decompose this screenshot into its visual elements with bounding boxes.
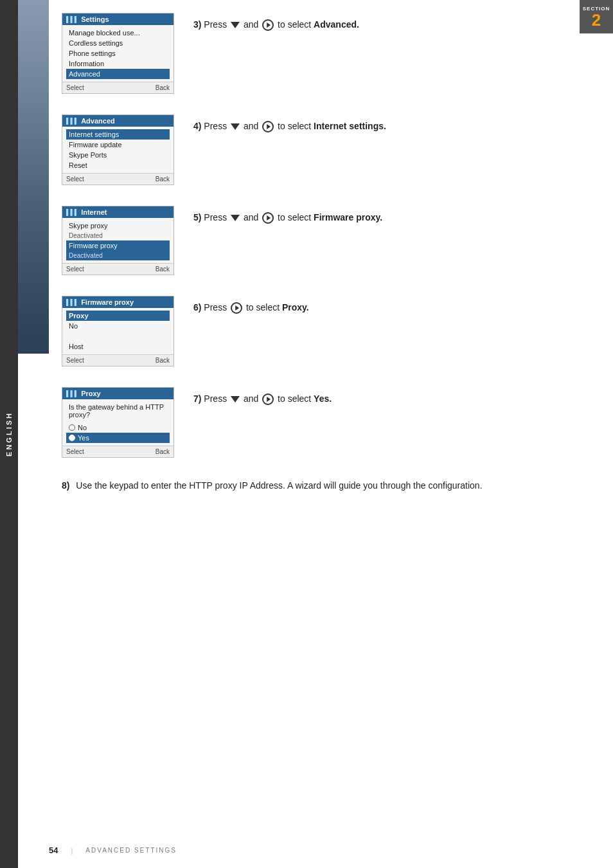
step-post-text: to select — [275, 393, 314, 404]
phone-body-2: Internet settingsFirmware updateSkype Po… — [62, 127, 173, 173]
step-pre-text: Press — [204, 212, 229, 222]
down-arrow-icon — [231, 22, 240, 28]
phone-item-1: Firmware update — [66, 140, 170, 150]
phone-header-title: Advanced — [81, 117, 115, 125]
page-number: 54 — [49, 845, 58, 855]
phone-footer-select: Select — [66, 176, 84, 183]
step-post-text: to select — [275, 19, 314, 30]
step-number: 7) — [193, 393, 204, 404]
phone-item-host — [66, 331, 170, 341]
select-button-icon — [262, 19, 274, 31]
phone-screen-col-1: ▌▌▌SettingsManage blocked use...Cordless… — [62, 13, 181, 96]
step-number: 3) — [193, 19, 204, 30]
step-and-text: and — [241, 393, 261, 404]
phone-screen-col-3: ▌▌▌InternetSkype proxyDeactivatedFirmwar… — [62, 206, 181, 278]
phone-screen-1: ▌▌▌SettingsManage blocked use...Cordless… — [62, 13, 174, 94]
step-post-text: to select — [275, 121, 314, 131]
phone-item-1: No — [66, 321, 170, 331]
phone-screen-col-4: ▌▌▌Firmware proxyProxyNoHostSelectBack — [62, 296, 181, 369]
step-instruction-1: 3) Press and to select Advanced. — [181, 13, 594, 32]
phone-footer-select: Select — [66, 448, 84, 455]
step-instruction-5: 7) Press and to select Yes. — [181, 387, 594, 406]
phone-item-0: Manage blocked use... — [66, 28, 170, 38]
signal-icon: ▌▌▌ — [66, 16, 78, 23]
step-pre-text: Press — [204, 302, 229, 312]
down-arrow-icon — [231, 215, 240, 221]
phone-footer-select: Select — [66, 84, 84, 91]
phone-footer-select: Select — [66, 357, 84, 364]
step-number: 4) — [193, 121, 204, 131]
phone-body-4: ProxyNoHost — [62, 308, 173, 354]
phone-item-0: Skype proxy — [66, 221, 170, 231]
step-and-text: and — [241, 212, 261, 222]
step-number: 5) — [193, 212, 204, 222]
footer-section-text: ADVANCED SETTINGS — [85, 847, 177, 854]
decorative-strip — [18, 0, 49, 354]
phone-footer-5: SelectBack — [62, 446, 173, 457]
phone-item-0: Internet settings — [66, 129, 170, 140]
section-badge: SECTION 2 — [580, 0, 613, 33]
phone-header-title: Firmware proxy — [81, 298, 134, 306]
step-post-text: to select — [244, 302, 282, 312]
step-instruction-3: 5) Press and to select Firmware proxy. — [181, 206, 594, 224]
step-and-text: and — [241, 121, 261, 131]
phone-footer-3: SelectBack — [62, 263, 173, 275]
step-row-5: ▌▌▌ProxyIs the gateway behind a HTTP pro… — [62, 387, 594, 460]
phone-footer-back: Back — [155, 357, 170, 364]
step-action-word: Advanced. — [314, 19, 359, 30]
step-and-text: and — [241, 19, 261, 30]
phone-footer-back: Back — [155, 448, 170, 455]
step-action-word: Proxy. — [282, 302, 309, 312]
radio-item: No — [66, 422, 170, 433]
step-post-text: to select — [275, 212, 314, 222]
step-row-2: ▌▌▌AdvancedInternet settingsFirmware upd… — [62, 114, 594, 188]
select-button-icon — [262, 121, 274, 132]
phone-screen-col-2: ▌▌▌AdvancedInternet settingsFirmware upd… — [62, 114, 181, 188]
phone-item-3: Reset — [66, 160, 170, 170]
main-content: ▌▌▌SettingsManage blocked use...Cordless… — [49, 0, 613, 868]
down-arrow-icon — [231, 123, 240, 130]
language-sidebar: ENGLISH — [0, 0, 18, 868]
radio-dot — [69, 435, 75, 441]
phone-screen-col-5: ▌▌▌ProxyIs the gateway behind a HTTP pro… — [62, 387, 181, 460]
phone-screen-4: ▌▌▌Firmware proxyProxyNoHostSelectBack — [62, 296, 174, 366]
phone-header-3: ▌▌▌Internet — [62, 206, 173, 218]
select-button-icon — [262, 212, 274, 224]
phone-item-0: Proxy — [66, 311, 170, 321]
phone-footer-select: Select — [66, 266, 84, 273]
step-action-word: Internet settings. — [314, 121, 386, 131]
phone-footer-2: SelectBack — [62, 173, 173, 185]
phone-footer-back: Back — [155, 266, 170, 273]
radio-label: Yes — [78, 434, 89, 442]
select-button-icon — [231, 302, 242, 314]
step-action-word: Firmware proxy. — [314, 212, 382, 222]
step-action-word: Yes. — [314, 393, 332, 404]
step-pre-text: Press — [204, 393, 229, 404]
phone-item-2: Skype Ports — [66, 150, 170, 160]
down-arrow-icon — [231, 396, 240, 402]
phone-subitem-1: Deactivated — [66, 251, 170, 260]
footer-divider: | — [71, 847, 73, 854]
radio-item: Yes — [66, 433, 170, 443]
step-row-3: ▌▌▌InternetSkype proxyDeactivatedFirmwar… — [62, 206, 594, 278]
signal-icon: ▌▌▌ — [66, 390, 78, 397]
phone-header-title: Internet — [81, 208, 107, 216]
language-label: ENGLISH — [5, 411, 13, 457]
page-footer: 54 | ADVANCED SETTINGS — [49, 845, 594, 855]
phone-subitem-0: Deactivated — [66, 231, 170, 240]
phone-item-3: Host — [66, 341, 170, 352]
step-row-4: ▌▌▌Firmware proxyProxyNoHostSelectBack6)… — [62, 296, 594, 369]
phone-header-title: Proxy — [81, 390, 101, 397]
step-8-number: 8) — [62, 480, 69, 491]
section-number: 2 — [592, 12, 601, 28]
step-row-1: ▌▌▌SettingsManage blocked use...Cordless… — [62, 13, 594, 96]
phone-footer-1: SelectBack — [62, 82, 173, 93]
step-number: 6) — [193, 302, 204, 312]
step-8-row: 8) Use the keypad to enter the HTTP prox… — [62, 478, 594, 493]
phone-footer-back: Back — [155, 176, 170, 183]
select-button-icon — [262, 393, 274, 405]
phone-body-5: Is the gateway behind a HTTP proxy?NoYes — [62, 399, 173, 446]
phone-footer-4: SelectBack — [62, 354, 173, 366]
phone-item-4: Advanced — [66, 69, 170, 79]
phone-screen-3: ▌▌▌InternetSkype proxyDeactivatedFirmwar… — [62, 206, 174, 275]
